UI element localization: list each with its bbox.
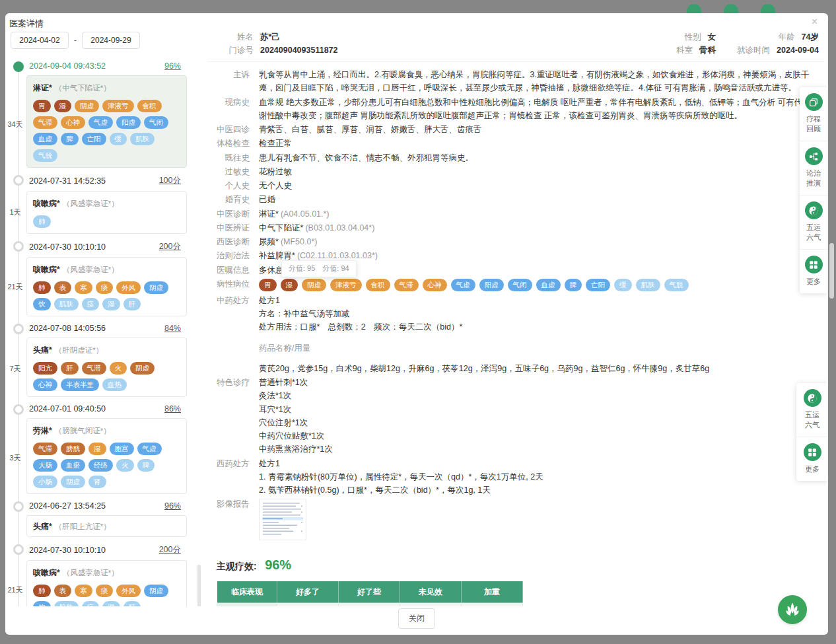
visit-diagnosis-line: 咳嗽病*（风盛挛急证*） bbox=[33, 197, 180, 209]
gap-days-label: 34天 bbox=[5, 120, 25, 129]
syndrome-name: （风盛挛急证*） bbox=[63, 266, 119, 273]
timeline-item[interactable]: 7天 2024-07-08 14:05:56 84% 头痛*（肝阴虚证*） 阳亢… bbox=[5, 323, 202, 397]
visit-card[interactable]: 劳淋*（膀胱气闭证*） 气滞膀胱湿胞宫气虚大肠血瘀经络火脾小肠阴虚肾 bbox=[26, 418, 187, 494]
syndrome-tag: 阴虚 bbox=[61, 476, 85, 488]
report-document-icon bbox=[261, 501, 304, 538]
field-value: 淋证*(A04.05.01.*) bbox=[259, 207, 810, 221]
visit-time-label: 就诊时间 bbox=[733, 44, 770, 57]
syndrome-tag: 表 bbox=[54, 585, 72, 597]
syndrome-tag: 肺 bbox=[33, 585, 51, 597]
visit-card[interactable]: 头痛*（肝阳上亢证*） bbox=[26, 515, 187, 537]
visit-score-link[interactable]: 86% bbox=[164, 404, 181, 413]
field-label: 治则治法 bbox=[209, 249, 250, 262]
toolbar-button-label: 更多 bbox=[806, 277, 821, 287]
field-label: 过敏史 bbox=[209, 165, 250, 178]
syndrome-tag: 肺 bbox=[33, 281, 51, 294]
toolbar-button-label: 五运六气 bbox=[806, 223, 821, 242]
toolbar-button[interactable]: 五运六气 bbox=[796, 383, 828, 437]
date-to-input[interactable] bbox=[82, 32, 140, 49]
patient-gender: 女 bbox=[708, 30, 716, 44]
course-review-icon bbox=[805, 93, 823, 111]
taiji-icon bbox=[805, 201, 823, 219]
visit-score-link[interactable]: 200分 bbox=[159, 544, 181, 555]
field-label: 中医辨证 bbox=[209, 221, 250, 234]
close-icon[interactable]: × bbox=[812, 17, 818, 27]
visit-card[interactable]: 淋证*（中气下陷证*） 胃湿阴虚津液亏食积气滞心神气虚阳虚气闭血虚脾亡阳缓肌肤气… bbox=[26, 75, 187, 168]
syndrome-tags: 肺 bbox=[33, 215, 180, 228]
gap-days-label: 3天 bbox=[5, 453, 25, 463]
diagnosis-name: 咳嗽病* bbox=[33, 568, 60, 577]
age-label: 年龄 bbox=[758, 30, 795, 44]
record-field: 西药处方 处方11. 青霉素钠粉针(80万单位)，属性待定*，每天一次（qd）*… bbox=[209, 457, 810, 497]
syndrome-tag: 气滞 bbox=[394, 279, 419, 291]
timeline-item[interactable]: 2024-06-27 13:54:25 96% 头痛*（肝阳上亢证*） bbox=[5, 501, 202, 537]
visit-score-link[interactable]: 96% bbox=[164, 501, 181, 511]
syndrome-tag: 食积 bbox=[137, 100, 162, 112]
timeline-dot bbox=[13, 404, 24, 415]
visit-card[interactable]: 咳嗽病*（风盛挛急证*） 肺表寒痰外风阴虚饮肌肤痉湿肝 bbox=[26, 257, 187, 316]
visit-card[interactable]: 咳嗽病*（风盛挛急证*） 肺 bbox=[26, 191, 187, 234]
diagnosis-name: 淋证* bbox=[33, 83, 52, 92]
syndrome-tag: 外风 bbox=[116, 585, 141, 597]
lotus-logo[interactable] bbox=[778, 595, 807, 624]
syndrome-tag: 膀胱 bbox=[61, 443, 85, 455]
timeline-item[interactable]: 34天 2024-09-04 09:43:52 96% 淋证*（中气下陷证*） … bbox=[5, 61, 202, 168]
visit-score-link[interactable]: 200分 bbox=[159, 241, 181, 252]
date-from-input[interactable] bbox=[11, 32, 69, 49]
visit-diagnosis-line: 劳淋*（膀胱气闭证*） bbox=[33, 424, 180, 437]
field-label: 影像报告 bbox=[209, 497, 250, 540]
page-scrollbar-thumb[interactable] bbox=[829, 243, 834, 299]
close-button[interactable]: 关闭 bbox=[398, 608, 435, 629]
efficacy-table: 临床表现好多了好了些未见效加重 嗳腐------恶心------食欲减退----… bbox=[217, 581, 523, 608]
syndrome-tag: 湿 bbox=[88, 443, 106, 455]
syndrome-tag: 肾 bbox=[88, 476, 106, 488]
visit-card[interactable]: 头痛*（肝阴虚证*） 阳亢肝气滞火阴虚心神半表半里血热 bbox=[26, 338, 187, 397]
syndrome-name: （膀胱气闭证*） bbox=[55, 427, 111, 435]
gap-days-label: 7天 bbox=[5, 364, 25, 374]
syndrome-name: （肝阴虚证*） bbox=[55, 346, 103, 354]
taiji-icon bbox=[808, 205, 819, 216]
report-thumbnail[interactable] bbox=[259, 499, 306, 540]
syndrome-tag: 阴虚 bbox=[75, 100, 99, 112]
record-fields: 主诉 乳食等从胃中上涌，经口而出。2.有嗳腐食臭，恶心纳呆，胃脘胀闷等症。3.重… bbox=[207, 62, 824, 540]
course-review-icon bbox=[808, 97, 819, 108]
field-value: 补益脾胃*(C02.11.01.03.01.03*)分值: 95 分值: 94 bbox=[259, 249, 810, 262]
field-label: 中药处方 bbox=[209, 294, 250, 375]
toolbar-button[interactable]: 五运六气 bbox=[800, 196, 827, 250]
date-range-filter: - bbox=[11, 32, 140, 49]
timeline-item[interactable]: 21天 2024-07-30 10:10:10 200分 咳嗽病*（风盛挛急证*… bbox=[5, 240, 202, 316]
syndrome-name: （中气下陷证*） bbox=[55, 84, 111, 92]
toolbar-button[interactable]: 更多 bbox=[800, 250, 827, 293]
syndrome-tag: 气滞 bbox=[33, 443, 57, 455]
visit-date: 2024-07-08 14:05:56 bbox=[29, 324, 106, 333]
subjective-efficacy: 主观疗效: 96% bbox=[217, 557, 824, 573]
syndrome-tag: 湿 bbox=[54, 100, 72, 112]
syndrome-tag: 脾 bbox=[61, 133, 79, 145]
syndrome-tag: 阴虚 bbox=[144, 585, 168, 597]
record-field: 体格检查 检查正常 bbox=[209, 137, 810, 150]
visit-score-link[interactable]: 96% bbox=[164, 61, 181, 71]
timeline-item[interactable]: 3天 2024-07-01 09:40:50 86% 劳淋*（膀胱气闭证*） 气… bbox=[5, 404, 202, 494]
syndrome-tag: 心神 bbox=[33, 378, 57, 391]
syndrome-tag: 缓 bbox=[614, 279, 632, 291]
timeline-item[interactable]: 1天 2024-07-31 14:52:35 100分 咳嗽病*（风盛挛急证*）… bbox=[5, 174, 202, 234]
syndrome-tag: 心神 bbox=[423, 279, 447, 291]
record-field: 西医诊断 尿频*(MF50.0*) bbox=[209, 235, 810, 248]
record-field: 中药处方 处方1方名：补中益气汤等加减处方用法：口服* 总剂数：2 频次：每天二… bbox=[209, 294, 810, 375]
side-toolbar-top: 疗程回顾 论治推演 五运六气 更多 bbox=[800, 87, 827, 293]
sidebar-scrollbar-thumb[interactable] bbox=[197, 565, 201, 612]
toolbar-button[interactable]: 更多 bbox=[796, 437, 828, 481]
visit-score-link[interactable]: 84% bbox=[164, 324, 181, 333]
visit-diagnosis-line: 淋证*（中气下陷证*） bbox=[33, 81, 180, 94]
syndrome-tag: 气闭 bbox=[508, 279, 532, 291]
outpatient-no: 20240904093511872 bbox=[260, 44, 338, 57]
record-field: 既往史 患儿有乳食不节、饮食不洁、情志不畅、外邪犯胃等病史。 bbox=[209, 151, 810, 164]
side-toolbar-secondary: 五运六气 更多 bbox=[796, 383, 828, 481]
visit-time: 2024-09-04 bbox=[777, 44, 819, 57]
visit-score-link[interactable]: 100分 bbox=[159, 175, 181, 186]
toolbar-button[interactable]: 论治推演 bbox=[800, 141, 827, 196]
record-field: 治则治法 补益脾胃*(C02.11.01.03.01.03*)分值: 95 分值… bbox=[209, 249, 810, 262]
record-field: 中医辨证 中气下陷证*(B03.01.03.04.04*) bbox=[209, 221, 810, 234]
toolbar-button-label: 五运六气 bbox=[805, 410, 819, 430]
toolbar-button[interactable]: 疗程回顾 bbox=[800, 87, 827, 141]
